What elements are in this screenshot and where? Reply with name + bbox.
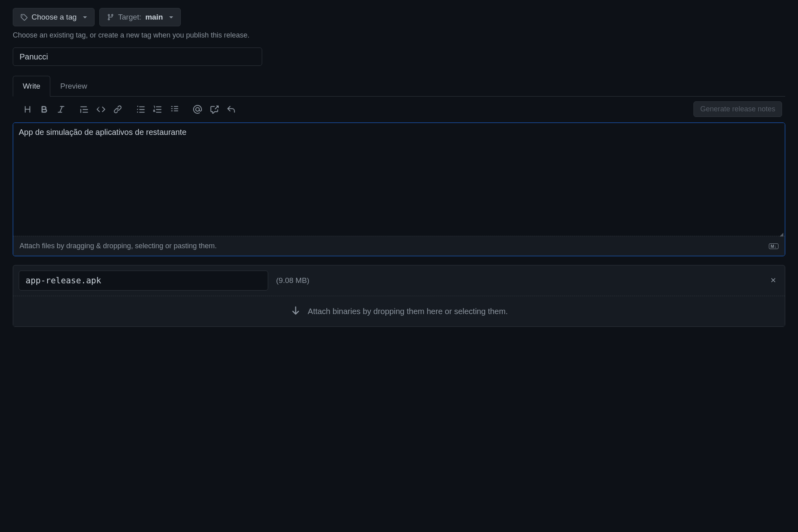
reply-icon[interactable] [227,105,235,114]
markdown-badge-icon[interactable]: M↓ [769,243,778,249]
close-icon [770,277,777,284]
italic-icon[interactable] [57,105,65,114]
release-title-input[interactable] [13,47,262,66]
tab-write[interactable]: Write [13,76,50,97]
unordered-list-icon[interactable] [136,105,145,114]
mention-icon[interactable] [193,105,202,114]
chevron-down-icon [169,16,173,18]
binary-filename-input[interactable] [19,271,268,291]
code-icon[interactable] [97,105,105,114]
editor-toolbar: Generate release notes [13,97,785,123]
chevron-down-icon [83,16,87,18]
bold-icon[interactable] [40,105,49,114]
target-branch-button[interactable]: Target: main [99,8,181,26]
tab-preview[interactable]: Preview [50,76,97,97]
dropzone-text: Attach binaries by dropping them here or… [308,307,508,316]
choose-tag-label: Choose a tag [32,13,77,22]
tag-icon [20,14,28,21]
remove-binary-button[interactable] [767,274,779,287]
branch-icon [107,14,114,21]
generate-release-notes-button[interactable]: Generate release notes [693,101,782,117]
target-branch-name: main [145,13,163,22]
binary-row: (9.08 MB) [13,265,785,296]
quote-icon[interactable] [80,105,89,114]
attach-files-strip[interactable]: ◢ Attach files by dragging & dropping, s… [13,236,785,256]
tag-helper-text: Choose an existing tag, or create a new … [13,31,785,40]
resize-handle-icon[interactable]: ◢ [780,231,783,237]
binaries-dropzone[interactable]: Attach binaries by dropping them here or… [13,296,785,326]
choose-tag-button[interactable]: Choose a tag [13,8,95,26]
task-list-icon[interactable] [170,105,179,114]
binaries-card: (9.08 MB) Attach binaries by dropping th… [13,265,785,327]
heading-icon[interactable] [23,105,32,114]
download-arrow-icon [290,306,301,317]
target-prefix: Target: [118,13,141,22]
cross-reference-icon[interactable] [210,105,219,114]
link-icon[interactable] [113,105,122,114]
description-textarea[interactable] [13,123,785,235]
editor-tabs: Write Preview [13,75,785,97]
binary-size-text: (9.08 MB) [276,276,309,285]
attach-hint-text: Attach files by dragging & dropping, sel… [20,242,217,250]
description-editor: ◢ Attach files by dragging & dropping, s… [13,123,785,256]
ordered-list-icon[interactable] [153,105,162,114]
